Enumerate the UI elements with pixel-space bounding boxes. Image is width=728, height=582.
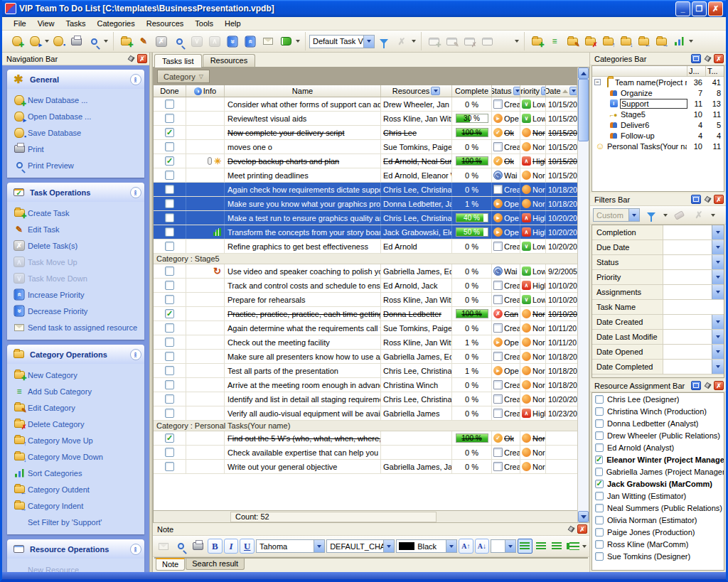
category-tree-item[interactable]: iSupport1113 xyxy=(592,98,724,109)
task-done-checkbox[interactable] xyxy=(165,295,174,304)
tab-note[interactable]: Note xyxy=(156,558,185,571)
task-done-checkbox[interactable] xyxy=(165,323,174,333)
toolbar-options-caret-icon[interactable] xyxy=(582,545,587,548)
filter-value-field[interactable] xyxy=(663,360,712,374)
resource-item[interactable]: Neal Summers (Public Relations) xyxy=(592,502,724,514)
print-button[interactable] xyxy=(68,33,85,50)
collapse-chevron-icon[interactable]: «« xyxy=(130,74,141,85)
collapse-chevron-icon[interactable]: «« xyxy=(130,349,141,360)
resource-checkbox[interactable] xyxy=(595,504,604,512)
column-header-status[interactable]: Status xyxy=(492,85,520,97)
filter-value-field[interactable] xyxy=(663,240,712,254)
nav-item-delete-category[interactable]: Delete Category xyxy=(13,416,143,432)
task-done-checkbox[interactable] xyxy=(165,171,174,180)
resource-checkbox[interactable] xyxy=(595,407,604,416)
close-button[interactable]: ✗ xyxy=(708,1,723,16)
resource-checkbox[interactable] xyxy=(595,552,604,561)
task-row[interactable]: Refine graphics to get best effectivenes… xyxy=(154,239,577,254)
nav-item-open-database[interactable]: Open Database ... xyxy=(13,108,143,124)
task-done-checkbox[interactable] xyxy=(165,462,174,471)
vertical-scrollbar[interactable] xyxy=(577,68,589,522)
tab-tasks-list[interactable]: Tasks list xyxy=(154,54,202,68)
task-done-checkbox[interactable] xyxy=(165,352,174,361)
resource-item[interactable]: Ed Arnold (Analyst) xyxy=(592,441,724,453)
task-done-checkbox[interactable] xyxy=(165,213,174,222)
nav-item-create-task[interactable]: Create Task xyxy=(13,205,143,221)
filter-dropdown-icon[interactable] xyxy=(712,330,724,344)
note-print-button[interactable] xyxy=(191,538,206,554)
task-row[interactable]: Verify all audio-visual equipment will b… xyxy=(154,406,577,421)
align-left-button[interactable] xyxy=(518,539,532,554)
resource-item[interactable]: Donna Ledbetter (Analyst) xyxy=(592,417,724,429)
resource-item[interactable]: ✓Eleanor Winter (Project Management) xyxy=(592,453,724,465)
task-row[interactable]: ✓✳Develop backup charts and planEd Arnol… xyxy=(154,154,577,168)
scroll-thumb[interactable] xyxy=(578,79,589,141)
menu-file[interactable]: File xyxy=(8,18,32,29)
resource-checkbox[interactable] xyxy=(595,528,604,537)
task-row[interactable]: ✓Practice, practice, practice, each time… xyxy=(154,307,577,321)
resource-checkbox[interactable] xyxy=(595,492,604,500)
delete-task-button[interactable]: ✗ xyxy=(153,33,170,50)
group-by-category-button[interactable]: Category xyxy=(157,70,210,83)
task-row[interactable]: Check available expertise that can help … xyxy=(154,446,577,460)
color-combo[interactable]: Black xyxy=(396,539,457,553)
menu-help[interactable]: Help xyxy=(219,18,247,29)
dropdown-caret-icon[interactable] xyxy=(689,40,693,43)
category-tree-item[interactable]: ☺Personal Tasks(Your name)1011 xyxy=(592,141,724,151)
category-tree-item[interactable]: −Team name(Project name3641 xyxy=(592,77,724,87)
filter-dropdown-icon[interactable] xyxy=(712,255,724,269)
task-row[interactable]: Make sure all presenters know how to use… xyxy=(154,350,577,364)
menu-resources[interactable]: Resources xyxy=(141,18,190,29)
add-sub-category-button[interactable]: ≡ xyxy=(546,33,563,50)
scroll-down-icon[interactable] xyxy=(578,511,589,522)
menu-categories[interactable]: Categories xyxy=(92,18,141,29)
view-mode-button[interactable] xyxy=(277,33,294,50)
filter-dropdown-icon[interactable] xyxy=(712,270,724,284)
task-row[interactable]: ✓Now complete your delivery scriptChris … xyxy=(154,126,577,140)
category-move-down-button[interactable] xyxy=(617,33,634,50)
pin-icon[interactable] xyxy=(702,195,712,204)
task-row[interactable]: Write out your general objectiveGabriell… xyxy=(154,460,577,474)
category-outdent-button[interactable] xyxy=(635,33,652,50)
nav-item-category-move-down[interactable]: Category Move Down xyxy=(13,448,143,465)
task-done-checkbox[interactable] xyxy=(165,281,174,290)
task-done-checkbox[interactable] xyxy=(165,199,174,208)
scroll-track[interactable] xyxy=(578,141,589,511)
scroll-up-icon[interactable] xyxy=(578,68,589,79)
task-done-checkbox[interactable]: ✓ xyxy=(165,309,174,318)
filter-value-field[interactable] xyxy=(663,255,712,269)
pin-icon[interactable] xyxy=(702,381,712,390)
task-row[interactable]: Track and control costs and schedule to … xyxy=(154,279,577,293)
resource-checkbox[interactable] xyxy=(595,516,604,524)
task-done-checkbox[interactable] xyxy=(165,380,174,389)
pin-icon[interactable] xyxy=(566,524,576,534)
filter-value-field[interactable] xyxy=(663,300,724,314)
header-filter-icon[interactable] xyxy=(541,87,546,95)
nav-item-sort-categories[interactable]: Sort Categories xyxy=(13,465,143,481)
filter-options-caret-icon[interactable] xyxy=(711,214,715,217)
nav-item-add-sub-category[interactable]: ≡Add Sub Category xyxy=(13,383,143,399)
filter-caret-icon[interactable] xyxy=(663,214,668,217)
sort-categories-button[interactable] xyxy=(670,33,687,50)
increase-priority-button[interactable]: « xyxy=(242,33,259,50)
nav-item-print[interactable]: Print xyxy=(13,141,143,157)
window-mode-icon[interactable] xyxy=(691,381,701,390)
delete-category-button[interactable] xyxy=(582,33,599,50)
nav-item-print-preview[interactable]: Print Preview xyxy=(13,157,143,173)
task-done-checkbox[interactable] xyxy=(165,99,174,109)
category-tree-item[interactable]: ⌐●Stage51011 xyxy=(592,109,724,119)
nav-item-edit-category[interactable]: Edit Category xyxy=(13,399,143,416)
column-header-info[interactable]: ◑Info xyxy=(186,85,225,97)
nav-item-category-move-up[interactable]: Category Move Up xyxy=(13,432,143,448)
apply-filter-button[interactable] xyxy=(643,207,660,223)
task-view-combo[interactable]: Default Task V xyxy=(309,35,375,48)
resource-checkbox[interactable] xyxy=(595,431,604,440)
task-row[interactable]: Again check how requirements dictate sup… xyxy=(154,183,577,197)
window-mode-icon[interactable] xyxy=(691,54,701,63)
apply-filter-button[interactable] xyxy=(375,33,392,50)
close-icon[interactable]: ✗ xyxy=(714,54,724,63)
task-row[interactable]: Again determine what the requirements ca… xyxy=(154,321,577,335)
category-tree-item[interactable]: Follow-up44 xyxy=(592,130,724,141)
column-header-priority[interactable]: Priority xyxy=(520,85,546,97)
filter-dropdown-icon[interactable] xyxy=(712,225,724,239)
